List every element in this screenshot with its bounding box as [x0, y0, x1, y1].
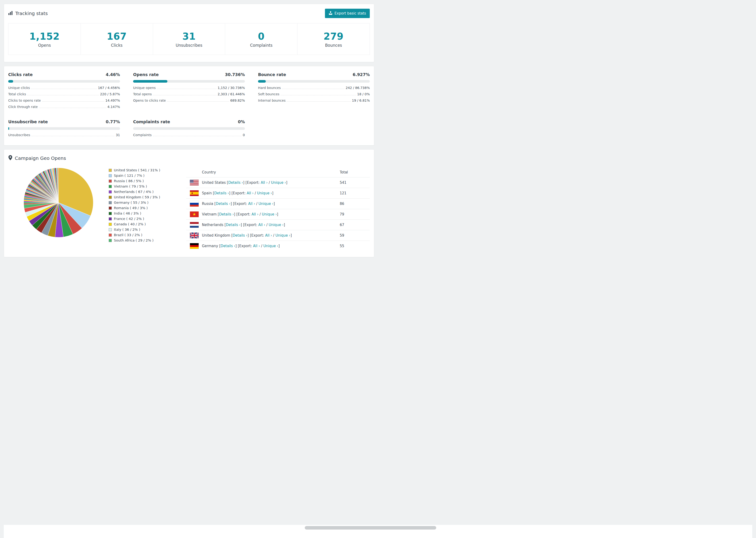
bounce-rate-fill [258, 80, 266, 82]
legend-swatch [109, 196, 112, 199]
stat-unsubscribes: 31 Unsubscribes [153, 24, 225, 55]
total-cell: 86 [340, 202, 366, 206]
opens-rate-title: Opens rate [133, 72, 159, 77]
export-unique-link[interactable]: Unique › [257, 191, 272, 195]
bracket: ] [272, 191, 273, 195]
export-prefix: [Export: [244, 181, 261, 185]
table-row: Spain [Details ›] [Export: All › / Uniqu… [186, 188, 370, 198]
legend-item: Vietnam ( 79 / 5% ) [109, 185, 177, 188]
export-unique-link[interactable]: Unique › [271, 181, 286, 185]
row-label: Complaints [133, 133, 152, 137]
export-all-link[interactable]: All › [251, 212, 258, 216]
export-basic-stats-button[interactable]: Export basic stats [325, 9, 370, 18]
separator: / [268, 181, 271, 185]
row-value: 4.147% [108, 105, 120, 109]
legend-item: Brazil ( 33 / 2% ) [109, 233, 177, 237]
row-label: Click through rate [8, 105, 38, 109]
bracket: [ [218, 244, 221, 248]
geo-opens-pie-chart[interactable] [23, 167, 94, 238]
dotted-leader [282, 89, 345, 89]
details-link[interactable]: Details › [219, 212, 234, 216]
stat-row: Total clicks220 / 5.87% [8, 92, 120, 96]
export-all-link[interactable]: All › [253, 244, 260, 248]
opens-rate-fill [133, 80, 167, 82]
legend-item: Germany ( 55 / 3% ) [109, 201, 177, 204]
row-value: 2,303 / 61.446% [218, 92, 245, 96]
clicks-rate-fill [8, 80, 13, 82]
export-all-link[interactable]: All › [265, 233, 272, 238]
total-header: Total [340, 170, 366, 174]
row-value: 18 / 0% [357, 92, 370, 96]
bracket: [ [217, 212, 219, 216]
export-unique-link[interactable]: Unique › [262, 212, 277, 216]
export-unique-link[interactable]: Unique › [275, 233, 291, 238]
table-row: Netherlands [Details ›] [Export: All › /… [186, 219, 370, 230]
details-link[interactable]: Details › [228, 181, 243, 185]
export-all-link[interactable]: All › [247, 191, 253, 195]
legend-item: United States ( 541 / 31% ) [109, 168, 177, 172]
export-all-link[interactable]: All › [248, 202, 255, 206]
stat-row: Unique clicks167 / 4.456% [8, 86, 120, 90]
details-link[interactable]: Details › [216, 202, 231, 206]
export-button-label: Export basic stats [335, 11, 366, 16]
details-link[interactable]: Details › [226, 223, 241, 227]
row-label: Clicks to opens rate [8, 99, 41, 102]
legend-item: Italy ( 36 / 2% ) [109, 228, 177, 232]
export-all-link[interactable]: All › [258, 223, 265, 227]
legend-item: United Kingdom ( 59 / 3% ) [109, 195, 177, 199]
rates-card: Clicks rate 4.46% Unique clicks167 / 4.4… [4, 66, 374, 145]
vn-flag-icon [190, 211, 199, 217]
details-link[interactable]: Details › [233, 233, 247, 238]
country-name: United States [202, 181, 226, 185]
export-unique-link[interactable]: Unique › [258, 202, 274, 206]
legend-swatch [109, 169, 112, 172]
legend-swatch [109, 223, 112, 226]
bounces-label: Bounces [297, 43, 369, 48]
row-label: Internal bounces [258, 99, 286, 102]
legend-label: Germany ( 55 / 3% ) [114, 201, 148, 204]
total-cell: 55 [340, 244, 366, 248]
row-label: Opens to clicks rate [133, 99, 166, 102]
opens-rate-block: Opens rate 30.736% Unique opens1,152 / 3… [133, 72, 245, 109]
legend-swatch [109, 190, 112, 193]
gb-flag-icon [190, 233, 199, 238]
details-link[interactable]: Details › [221, 244, 236, 248]
row-value: 242 / 86.738% [346, 86, 370, 90]
pie-legend: United States ( 541 / 31% ) Spain ( 121 … [109, 168, 177, 244]
legend-swatch [109, 239, 112, 242]
bracket: [ [230, 233, 233, 238]
country-cell: Spain [Details ›] [Export: All › / Uniqu… [202, 191, 340, 195]
bar-chart-icon [8, 11, 13, 16]
unsubscribe-rate-block: Unsubscribe rate 0.77% Unsubscribes31 [8, 120, 120, 137]
total-cell: 67 [340, 223, 366, 227]
legend-label: Canada ( 40 / 2% ) [114, 222, 146, 226]
legend-swatch [109, 201, 112, 204]
row-label: Unique clicks [8, 86, 30, 90]
legend-item: Russia ( 86 / 5% ) [109, 179, 177, 183]
export-unique-link[interactable]: Unique › [269, 223, 284, 227]
dotted-leader [31, 136, 115, 136]
complaints-rate-percent: 0% [238, 120, 245, 124]
details-link[interactable]: Details › [214, 191, 229, 195]
complaints-rate-title: Complaints rate [133, 120, 170, 124]
export-prefix: [Export: [230, 191, 247, 195]
stat-row: Internal bounces19 / 6.81% [258, 99, 370, 102]
separator: / [253, 191, 257, 195]
complaints-rate-block: Complaints rate 0% Complaints0 [133, 120, 245, 137]
bracket: ] [278, 244, 280, 248]
table-row: United States [Details ›] [Export: All ›… [186, 177, 370, 188]
table-row: United Kingdom [Details ›] [Export: All … [186, 230, 370, 241]
row-label: Total opens [133, 92, 152, 96]
row-value: 220 / 5.87% [100, 92, 120, 96]
export-unique-link[interactable]: Unique › [263, 244, 279, 248]
country-header: Country [202, 170, 340, 174]
export-all-link[interactable]: All › [261, 181, 267, 185]
legend-label: United States ( 541 / 31% ) [114, 168, 160, 172]
legend-label: Brazil ( 33 / 2% ) [114, 233, 142, 237]
bounce-rate-title: Bounce rate [258, 72, 286, 77]
map-pin-icon [8, 155, 13, 161]
dotted-leader [281, 95, 356, 95]
legend-label: South Africa ( 29 / 2% ) [114, 239, 153, 242]
country-name: Vietnam [202, 212, 217, 216]
country-cell: Netherlands [Details ›] [Export: All › /… [202, 223, 340, 227]
